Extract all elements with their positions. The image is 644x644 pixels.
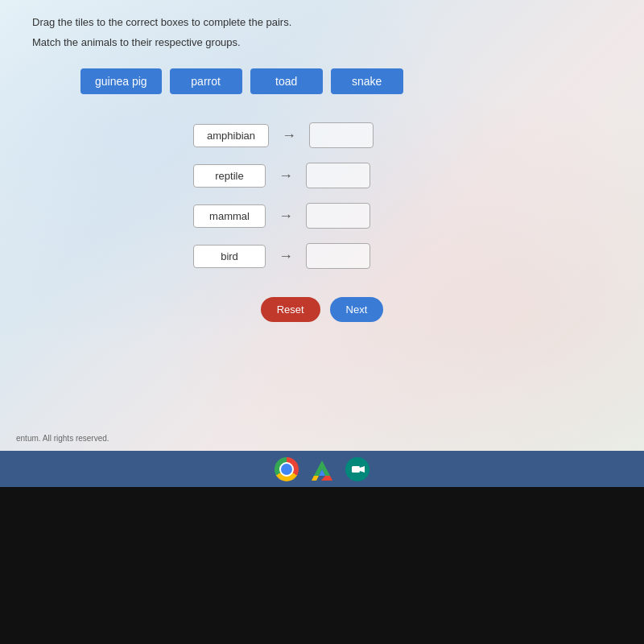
tile-snake[interactable]: snake xyxy=(331,68,403,94)
pair-row-mammal: mammal → xyxy=(193,203,612,229)
pair-row-amphibian: amphibian → xyxy=(193,122,612,148)
arrow-mammal: → xyxy=(279,208,293,225)
drop-box-amphibian[interactable] xyxy=(309,122,374,148)
reset-button[interactable]: Reset xyxy=(261,297,320,322)
drop-box-bird[interactable] xyxy=(306,243,370,269)
black-area xyxy=(0,487,644,644)
tile-toad[interactable]: toad xyxy=(250,68,323,94)
arrow-amphibian: → xyxy=(282,127,296,144)
chrome-icon[interactable] xyxy=(275,457,299,481)
drop-box-reptile[interactable] xyxy=(306,163,370,188)
taskbar xyxy=(0,451,644,487)
instruction-drag: Drag the tiles to the correct boxes to c… xyxy=(32,16,612,28)
category-reptile: reptile xyxy=(193,164,266,188)
footer-text: entum. All rights reserved. xyxy=(16,434,109,443)
svg-marker-3 xyxy=(321,476,332,481)
category-bird: bird xyxy=(193,245,266,268)
tiles-container: guinea pig parrot toad snake xyxy=(32,68,612,94)
tile-parrot[interactable]: parrot xyxy=(170,68,242,94)
drive-icon[interactable] xyxy=(310,457,334,481)
next-button[interactable]: Next xyxy=(330,297,384,322)
meet-icon[interactable] xyxy=(345,457,369,481)
category-amphibian: amphibian xyxy=(193,124,269,147)
pair-row-bird: bird → xyxy=(193,243,612,269)
svg-rect-6 xyxy=(352,466,360,473)
buttons-row: Reset Next xyxy=(32,297,612,322)
arrow-bird: → xyxy=(279,248,293,265)
svg-marker-2 xyxy=(312,476,319,481)
drop-box-mammal[interactable] xyxy=(306,203,370,229)
arrow-reptile: → xyxy=(279,167,293,184)
tile-guinea-pig[interactable]: guinea pig xyxy=(80,68,162,94)
pairs-area: amphibian → reptile → mammal → bird → xyxy=(32,122,612,269)
pair-row-reptile: reptile → xyxy=(193,163,612,188)
category-mammal: mammal xyxy=(193,204,266,228)
instruction-match: Match the animals to their respective gr… xyxy=(32,36,612,48)
